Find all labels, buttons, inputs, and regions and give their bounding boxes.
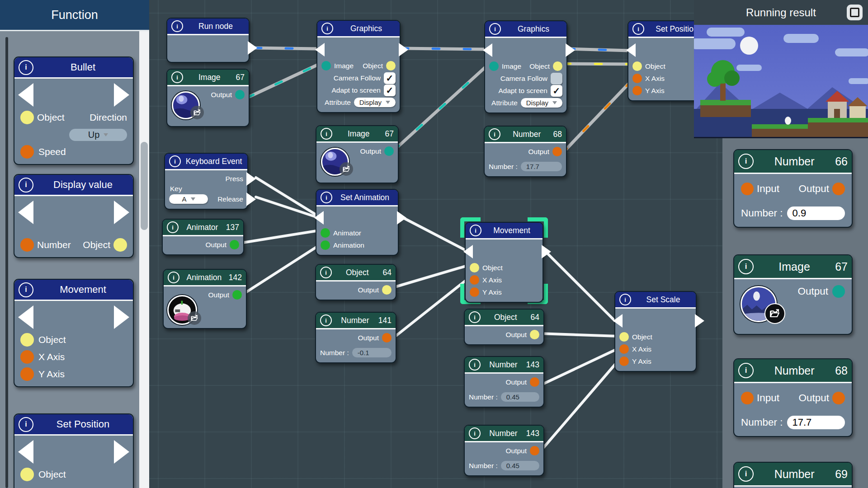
port-input[interactable] [741,183,754,195]
port-speed[interactable] [20,145,34,159]
flow-output-arrow[interactable] [566,43,575,57]
port-object[interactable] [632,61,642,71]
info-icon[interactable]: i [169,155,181,167]
info-icon[interactable]: i [321,192,332,203]
node-header[interactable]: iGraphics [317,21,400,38]
open-file-icon[interactable] [188,311,201,325]
checkbox[interactable]: ✓ [551,85,562,97]
info-icon[interactable]: i [738,466,754,482]
flow-input-arrow[interactable] [315,43,325,56]
node-header[interactable]: iAnimator137 [163,220,243,236]
port-object[interactable] [619,332,629,342]
info-icon[interactable]: i [469,427,481,439]
key-dropdown[interactable]: A [169,194,208,204]
port-output[interactable] [235,90,245,99]
info-icon[interactable]: i [171,20,183,32]
node-header[interactable]: iNumber143 [465,357,543,374]
number-input[interactable]: -0.1 [352,348,392,357]
flow-output-arrow[interactable] [114,440,129,464]
node-header[interactable]: iImage67 [167,70,249,86]
flow-output-arrow[interactable] [246,172,256,186]
port-object[interactable] [386,61,396,70]
wire[interactable] [562,76,636,154]
port-object[interactable] [20,111,34,124]
info-icon[interactable]: i [19,282,33,297]
port-input[interactable] [741,392,754,404]
node-header[interactable]: iNumber141 [316,313,396,329]
port-y-axis[interactable] [619,357,629,366]
port-output[interactable] [382,285,392,295]
info-icon[interactable]: i [19,417,33,432]
info-icon[interactable]: i [489,128,500,140]
wire[interactable] [539,333,618,336]
wire[interactable] [401,216,468,252]
info-icon[interactable]: i [19,178,33,192]
node-number-141[interactable]: iNumber141OutputNumber :-0.1 [315,312,396,363]
node-image-67-b[interactable]: iImage67Output [316,125,399,183]
port-output[interactable] [232,290,242,300]
info-icon[interactable]: i [738,154,754,169]
flow-input-arrow[interactable] [613,314,623,328]
node-panel-image-67[interactable]: iImage67Output [733,254,853,335]
port-output[interactable] [530,330,539,339]
port-output[interactable] [384,146,394,156]
node-panel-number-66[interactable]: iNumber66InputOutputNumber :0.9 [733,149,853,228]
info-icon[interactable]: i [489,23,501,35]
node-animation-142[interactable]: iAnimation142Output [163,269,247,329]
node-image-67-a[interactable]: iImage67Output [166,69,250,127]
port-output[interactable] [552,147,562,156]
node-keyboard-event[interactable]: iKeyboard EventPressKeyARelease [164,153,248,210]
wire[interactable] [392,265,470,288]
port-image[interactable] [321,61,331,70]
flow-output-arrow[interactable] [695,314,704,328]
port-y-axis[interactable] [20,367,34,381]
port-output[interactable] [832,392,845,404]
info-icon[interactable]: i [320,267,332,278]
node-header[interactable]: iObject64 [316,265,396,282]
port-object[interactable] [553,61,562,71]
info-icon[interactable]: i [619,294,631,305]
flow-output-arrow[interactable] [397,211,406,225]
port-output[interactable] [530,377,539,387]
number-input[interactable]: 0.45 [501,461,539,470]
info-icon[interactable]: i [167,221,179,233]
flow-input-arrow[interactable] [626,43,636,57]
flow-output-arrow[interactable] [399,43,408,56]
open-file-icon[interactable] [190,106,204,119]
node-animator-137[interactable]: iAnimator137Output [162,219,244,255]
checkbox[interactable]: ✓ [384,84,396,96]
port-animation[interactable] [321,240,330,250]
port-x-axis[interactable] [20,350,34,364]
open-file-icon[interactable] [764,303,785,324]
dropdown[interactable]: Display [521,98,562,108]
port-output[interactable] [832,285,845,298]
port-animator[interactable] [321,228,330,238]
checkbox[interactable]: ✓ [384,72,396,84]
flow-input-arrow[interactable] [18,83,33,107]
port-object[interactable] [20,333,34,347]
node-graphics-1[interactable]: iGraphicsImageObjectCamera Follow✓Adapt … [316,20,401,113]
port-x-axis[interactable] [470,275,479,285]
info-icon[interactable]: i [738,363,754,378]
flow-input-arrow[interactable] [18,201,33,224]
info-icon[interactable]: i [171,71,183,83]
node-movement[interactable]: iMovementObjectX AxisY Axis [14,279,134,387]
node-set-animation[interactable]: iSet AnimationAnimatorAnimation [316,189,399,256]
port-x-axis[interactable] [619,344,629,354]
flow-output-arrow[interactable] [248,41,257,55]
port-y-axis[interactable] [632,86,642,95]
port-output[interactable] [832,183,845,195]
info-icon[interactable]: i [738,259,754,274]
info-icon[interactable]: i [470,225,481,236]
port-image[interactable] [489,61,499,71]
node-header[interactable]: iNumber68 [485,127,566,143]
node-object-64-a[interactable]: iObject64Output [315,264,396,300]
wire[interactable] [240,230,322,243]
node-header[interactable]: iGraphics [485,21,566,38]
number-input[interactable]: 17.7 [521,162,562,171]
sidebar-scrollbar[interactable] [139,31,149,488]
info-icon[interactable]: i [469,311,481,323]
port-y-axis[interactable] [470,287,479,297]
number-input[interactable]: 17.7 [787,416,845,429]
wire[interactable] [389,277,470,341]
